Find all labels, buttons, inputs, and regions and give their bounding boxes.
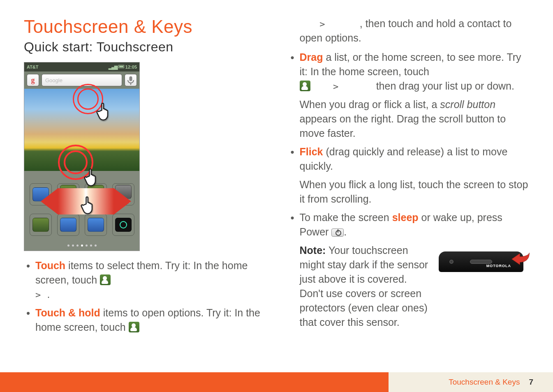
- motorola-logo: MOTOROLA: [486, 263, 511, 269]
- keyword-flick: Flick: [300, 146, 323, 157]
- note-label: Note:: [300, 244, 326, 256]
- keyword-touch-hold: Touch & hold: [35, 307, 100, 318]
- contacts-icon: [100, 274, 111, 285]
- dock-fav: [57, 214, 79, 236]
- bullet-touch-hold: Touch & hold items to open options. Try …: [24, 306, 265, 334]
- contacts-icon: [129, 322, 139, 332]
- svg-rect-0: [130, 76, 132, 81]
- keyword-sleep: sleep: [392, 212, 419, 223]
- page-footer: Touchscreen & Keys 7: [0, 372, 553, 392]
- keyword-drag: Drag: [300, 51, 323, 63]
- dock-fav: [30, 214, 52, 236]
- clock: 12:05: [125, 65, 137, 69]
- hand-pointer-icon: [79, 193, 101, 216]
- bullet-flick: Flick (drag quickly and release) a list …: [288, 145, 530, 206]
- note-text: Note: Your touchscreen might stay dark i…: [300, 243, 432, 330]
- phone-screenshot: AT&T ▂▄▆ 12:05 g Google Text Messa Marke: [24, 62, 140, 251]
- page-indicator: [24, 244, 139, 247]
- red-arrow-icon: [511, 251, 530, 265]
- contacts-icon: [300, 81, 310, 91]
- flick-note: When you flick a long list, touch the sc…: [300, 178, 530, 206]
- search-input: Google: [42, 74, 122, 86]
- dock-fav: [112, 214, 134, 236]
- bullet-sleep: To make the screen sleep or wake up, pre…: [288, 210, 530, 330]
- carrier-label: AT&T: [27, 65, 39, 69]
- status-bar: AT&T ▂▄▆ 12:05: [24, 62, 139, 71]
- google-g-icon: g: [27, 74, 39, 86]
- bullet-touch: Touch items to select them. Try it: In t…: [24, 258, 265, 302]
- footer-section: Touchscreen & Keys: [449, 378, 520, 387]
- footer-page-number: 7: [529, 378, 533, 387]
- mic-icon: [125, 74, 137, 86]
- hand-pointer-icon: [94, 99, 116, 122]
- sensor-icon: [449, 260, 454, 264]
- drag-scroll-note: When you drag or flick a list, a scroll …: [300, 97, 530, 141]
- page-title: Touchscreen & Keys: [24, 16, 265, 37]
- status-right: ▂▄▆ 12:05: [109, 65, 137, 70]
- dock-fav: [85, 214, 107, 236]
- continuation-text: > , then touch and hold a contact to ope…: [288, 16, 530, 45]
- hand-pointer-icon: [82, 165, 104, 188]
- page-subtitle: Quick start: Touchscreen: [24, 39, 265, 55]
- footer-accent: [0, 372, 389, 392]
- bullet-drag: Drag a list, or the home screen, to see …: [288, 50, 530, 141]
- power-icon: [331, 228, 344, 237]
- keyword-touch: Touch: [35, 260, 65, 271]
- device-top-image: MOTOROLA: [439, 245, 529, 285]
